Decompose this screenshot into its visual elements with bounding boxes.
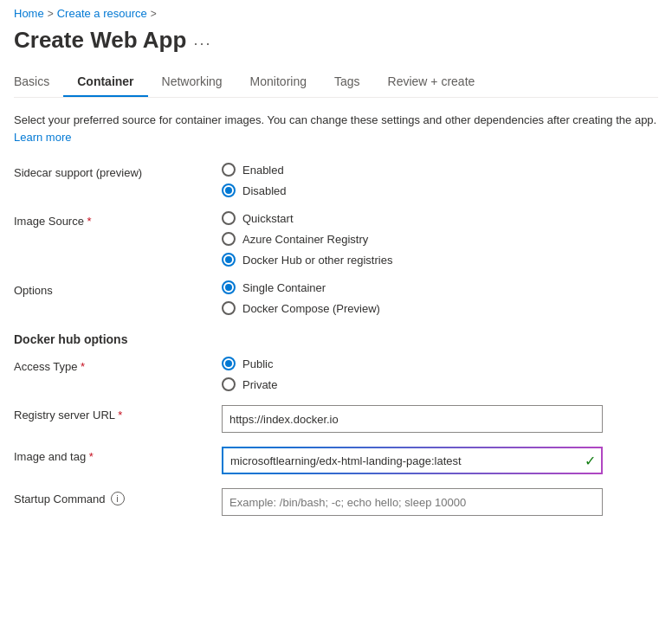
image-source-quickstart[interactable]: Quickstart [222,211,392,225]
options-radio-group: Single Container Docker Compose (Preview… [222,280,380,315]
image-source-docker-hub[interactable]: Docker Hub or other registries [222,253,392,267]
sidecar-enabled-label: Enabled [242,164,284,177]
sidecar-support-row: Sidecar support (preview) Enabled Disabl… [14,163,658,197]
sidecar-enabled-option[interactable]: Enabled [222,163,287,177]
docker-compose-option[interactable]: Docker Compose (Preview) [222,301,380,315]
tab-container[interactable]: Container [63,68,147,97]
acr-radio[interactable] [222,232,236,246]
image-tag-check-icon: ✓ [585,453,596,469]
breadcrumb-home[interactable]: Home [14,7,44,20]
acr-label: Azure Container Registry [242,233,368,246]
single-container-radio[interactable] [222,280,236,294]
docker-compose-radio[interactable] [222,301,236,315]
tab-review-create[interactable]: Review + create [374,68,489,97]
sidecar-enabled-radio[interactable] [222,163,236,177]
breadcrumb-sep1: > [48,8,54,20]
sidecar-disabled-option[interactable]: Disabled [222,183,287,197]
registry-url-label: Registry server URL * [14,405,222,422]
options-label: Options [14,280,222,297]
form-section: Sidecar support (preview) Enabled Disabl… [14,163,658,516]
image-tag-input-wrapper: ✓ [222,447,603,474]
access-public-option[interactable]: Public [222,357,277,370]
image-source-radio-group: Quickstart Azure Container Registry Dock… [222,211,392,267]
image-tag-input[interactable] [222,447,603,474]
access-type-row: Access Type * Public Private [14,357,658,391]
learn-more-link[interactable]: Learn more [14,131,71,144]
sidecar-radio-group: Enabled Disabled [222,163,287,197]
breadcrumb: Home > Create a resource > [14,0,658,23]
image-source-row: Image Source * Quickstart Azure Containe… [14,211,658,267]
docker-hub-radio[interactable] [222,253,236,267]
tab-networking[interactable]: Networking [148,68,236,97]
access-public-radio[interactable] [222,357,236,370]
registry-url-row: Registry server URL * [14,405,658,433]
sidecar-label: Sidecar support (preview) [14,163,222,179]
breadcrumb-sep2: > [151,8,157,20]
options-row: Options Single Container Docker Compose … [14,280,658,315]
image-tag-required: * [89,450,94,463]
page-title: Create Web App [14,27,186,54]
tab-bar: Basics Container Networking Monitoring T… [14,68,658,98]
image-source-required: * [87,215,92,228]
access-type-radio-group: Public Private [222,357,277,391]
breadcrumb-create-resource[interactable]: Create a resource [57,7,147,20]
image-source-acr[interactable]: Azure Container Registry [222,232,392,246]
sidecar-disabled-label: Disabled [242,184,287,197]
sidecar-disabled-radio[interactable] [222,183,236,197]
image-tag-label: Image and tag * [14,447,222,463]
quickstart-label: Quickstart [242,212,294,225]
access-private-label: Private [242,378,277,391]
tab-tags[interactable]: Tags [320,68,374,97]
more-options-icon[interactable]: ... [193,31,211,49]
quickstart-radio[interactable] [222,211,236,225]
tab-basics[interactable]: Basics [14,68,63,97]
description-text: Select your preferred source for contain… [14,112,658,145]
access-public-label: Public [242,357,273,370]
access-type-label: Access Type * [14,357,222,373]
access-private-option[interactable]: Private [222,377,277,391]
image-tag-row: Image and tag * ✓ [14,447,658,474]
registry-url-input[interactable] [222,405,603,433]
single-container-option[interactable]: Single Container [222,280,380,294]
startup-command-label: Startup Command i [14,488,222,505]
docker-compose-label: Docker Compose (Preview) [242,302,380,315]
registry-url-required: * [118,409,122,422]
access-type-required: * [81,360,85,373]
access-private-radio[interactable] [222,377,236,391]
docker-hub-label: Docker Hub or other registries [242,254,392,267]
image-source-label: Image Source * [14,211,222,228]
startup-info-icon[interactable]: i [111,492,125,505]
docker-hub-section-title: Docker hub options [14,332,658,346]
startup-command-row: Startup Command i [14,488,658,516]
single-container-label: Single Container [242,281,326,294]
tab-monitoring[interactable]: Monitoring [236,68,320,97]
startup-command-input[interactable] [222,488,603,516]
